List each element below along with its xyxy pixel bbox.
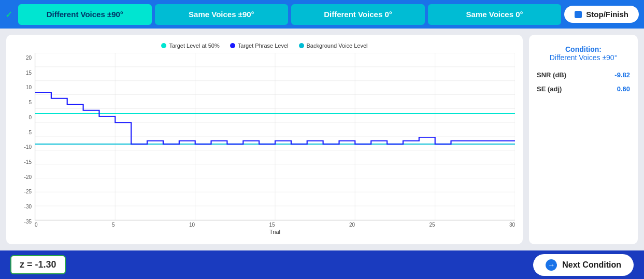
check-icon: ✓ xyxy=(5,9,13,20)
x-axis-labels: 0 5 10 15 20 25 30 xyxy=(35,220,515,228)
condition-panel: Condition: Different Voices ±90° SNR (dB… xyxy=(529,35,638,244)
legend-dot-bg xyxy=(299,43,304,48)
legend-background-voice: Background Voice Level xyxy=(299,43,368,49)
stop-icon xyxy=(575,11,582,18)
y-axis: 20 15 10 5 0 -5 -10 -15 -20 -25 -30 -35 xyxy=(14,53,35,235)
stop-finish-button[interactable]: Stop/Finish xyxy=(564,6,639,23)
se-value: 0.60 xyxy=(617,85,630,93)
legend-label-phrase: Target Phrase Level xyxy=(238,43,289,49)
legend-dot-phrase xyxy=(230,43,235,48)
chart-plot-area xyxy=(35,53,515,220)
tab-different-voices-90[interactable]: Different Voices ±90° xyxy=(18,4,152,25)
legend-phrase-level: Target Phrase Level xyxy=(230,43,289,49)
se-label: SE (adj) xyxy=(537,85,562,93)
legend-dot-target xyxy=(161,43,166,48)
tab-same-voices-90[interactable]: Same Voices ±90° xyxy=(155,4,289,25)
next-button-label: Next Condition xyxy=(562,260,621,270)
snr-value: -9.82 xyxy=(614,71,630,79)
chart-plot-wrapper: 0 5 10 15 20 25 30 Trial xyxy=(35,53,515,235)
next-arrow-icon: → xyxy=(546,259,557,271)
condition-title-label: Condition: Different Voices ±90° xyxy=(537,45,630,62)
legend-label-bg: Background Voice Level xyxy=(307,43,368,49)
chart-legend: Target Level at 50% Target Phrase Level … xyxy=(14,43,515,49)
tab-different-voices-0[interactable]: Different Voices 0° xyxy=(291,4,425,25)
stat-se: SE (adj) 0.60 xyxy=(537,85,630,93)
stop-button-label: Stop/Finish xyxy=(586,10,628,19)
legend-label-target: Target Level at 50% xyxy=(169,43,219,49)
condition-stats: SNR (dB) -9.82 SE (adj) 0.60 xyxy=(537,71,630,93)
x-axis-title: Trial xyxy=(35,229,515,235)
snr-label: SNR (dB) xyxy=(537,71,566,79)
z-value-badge: z = -1.30 xyxy=(10,255,66,274)
chart-container: Target Level at 50% Target Phrase Level … xyxy=(6,35,523,244)
footer: z = -1.30 → Next Condition xyxy=(0,250,644,279)
header: ✓ Different Voices ±90° Same Voices ±90°… xyxy=(0,0,644,29)
legend-target-level: Target Level at 50% xyxy=(161,43,219,49)
stat-snr: SNR (dB) -9.82 xyxy=(537,71,630,79)
main-content: Target Level at 50% Target Phrase Level … xyxy=(0,29,644,250)
next-condition-button[interactable]: → Next Condition xyxy=(533,254,634,276)
chart-inner: 20 15 10 5 0 -5 -10 -15 -20 -25 -30 -35 xyxy=(14,53,515,235)
tab-same-voices-0[interactable]: Same Voices 0° xyxy=(428,4,562,25)
chart-svg xyxy=(35,53,515,220)
